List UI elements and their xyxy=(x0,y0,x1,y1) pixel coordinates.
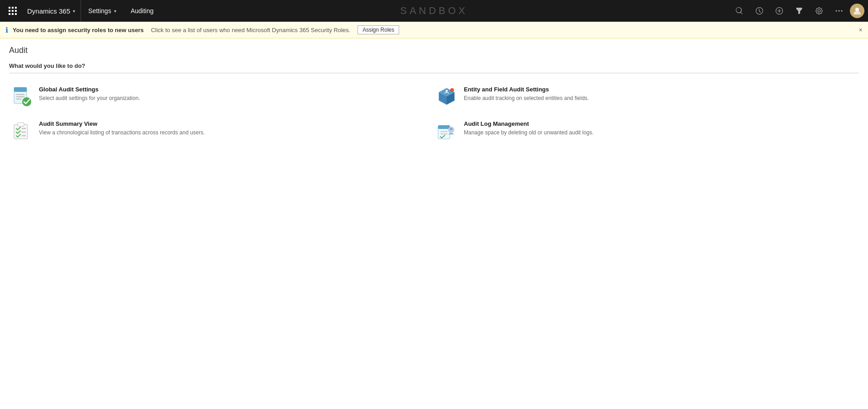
audit-summary-icon xyxy=(11,120,33,142)
gear-icon[interactable] xyxy=(810,0,828,22)
card-global-audit-title: Global Audit Settings xyxy=(39,86,427,93)
section-heading: What would you like to do? xyxy=(9,62,859,73)
svg-rect-0 xyxy=(9,7,10,9)
card-entity-audit-desc: Enable audit tracking on selected entiti… xyxy=(464,95,852,102)
svg-point-23 xyxy=(446,90,448,92)
card-audit-summary[interactable]: Audit Summary View View a chronological … xyxy=(9,115,434,149)
card-audit-log-text: Audit Log Management Manage space by del… xyxy=(464,120,852,137)
svg-point-10 xyxy=(839,10,840,12)
svg-rect-33 xyxy=(438,125,450,129)
svg-rect-8 xyxy=(15,13,17,15)
add-icon[interactable] xyxy=(770,0,788,22)
topbar-left: Dynamics 365 ▾ Settings ▾ Auditing xyxy=(4,0,730,22)
svg-rect-26 xyxy=(14,124,28,139)
nav-settings-label: Settings xyxy=(88,7,111,14)
page-title: Audit xyxy=(9,46,859,55)
entity-audit-icon xyxy=(436,86,458,108)
notification-close-button[interactable]: × xyxy=(859,26,863,33)
card-entity-audit-title: Entity and Field Audit Settings xyxy=(464,86,852,93)
filter-icon[interactable] xyxy=(790,0,808,22)
card-audit-summary-title: Audit Summary View xyxy=(39,120,427,127)
svg-rect-14 xyxy=(14,87,27,92)
svg-rect-1 xyxy=(12,7,14,9)
notification-bar: ℹ You need to assign security roles to n… xyxy=(0,22,868,38)
svg-rect-6 xyxy=(9,13,10,15)
svg-point-9 xyxy=(836,10,837,12)
svg-point-25 xyxy=(451,89,453,91)
card-audit-log-title: Audit Log Management xyxy=(464,120,852,127)
search-icon[interactable] xyxy=(730,0,749,22)
audit-log-icon xyxy=(436,120,458,142)
nav-auditing: Auditing xyxy=(124,0,161,22)
app-name[interactable]: Dynamics 365 ▾ xyxy=(22,0,81,22)
card-audit-log[interactable]: Audit Log Management Manage space by del… xyxy=(434,115,859,149)
user-avatar[interactable] xyxy=(850,4,864,18)
svg-point-11 xyxy=(841,10,843,12)
svg-rect-7 xyxy=(12,13,14,15)
svg-point-37 xyxy=(450,128,453,130)
card-audit-summary-desc: View a chronological listing of transact… xyxy=(39,129,427,137)
nav-auditing-label: Auditing xyxy=(131,7,154,14)
assign-roles-button[interactable]: Assign Roles xyxy=(358,25,399,34)
svg-rect-28 xyxy=(18,123,24,126)
history-icon[interactable] xyxy=(750,0,768,22)
topbar-right xyxy=(730,0,864,22)
svg-rect-4 xyxy=(12,10,14,12)
svg-rect-2 xyxy=(15,7,17,9)
card-audit-log-desc: Manage space by deleting old or unwanted… xyxy=(464,129,852,137)
global-audit-icon xyxy=(11,86,33,108)
svg-rect-5 xyxy=(15,10,17,12)
svg-rect-3 xyxy=(9,10,10,12)
more-icon[interactable] xyxy=(830,0,848,22)
info-icon: ℹ xyxy=(5,26,8,34)
svg-point-12 xyxy=(855,8,859,11)
topbar: Dynamics 365 ▾ Settings ▾ Auditing SANDB… xyxy=(0,0,868,22)
nav-settings-chevron: ▾ xyxy=(114,9,116,14)
card-global-audit-text: Global Audit Settings Select audit setti… xyxy=(39,86,427,102)
app-name-chevron: ▾ xyxy=(73,9,75,14)
nav-settings[interactable]: Settings ▾ xyxy=(81,0,124,22)
card-entity-audit-settings[interactable]: Entity and Field Audit Settings Enable a… xyxy=(434,81,859,115)
card-global-audit-settings[interactable]: Global Audit Settings Select audit setti… xyxy=(9,81,434,115)
app-grid-button[interactable] xyxy=(4,0,22,22)
cards-grid: Global Audit Settings Select audit setti… xyxy=(9,81,859,149)
app-name-label: Dynamics 365 xyxy=(27,7,70,15)
card-global-audit-desc: Select audit settings for your organizat… xyxy=(39,95,427,102)
notification-text: Click to see a list of users who need Mi… xyxy=(151,27,350,33)
card-entity-audit-text: Entity and Field Audit Settings Enable a… xyxy=(464,86,852,102)
page-content: Audit What would you like to do? Glob xyxy=(0,38,868,157)
notification-bold-text: You need to assign security roles to new… xyxy=(13,27,143,33)
card-audit-summary-text: Audit Summary View View a chronological … xyxy=(39,120,427,137)
